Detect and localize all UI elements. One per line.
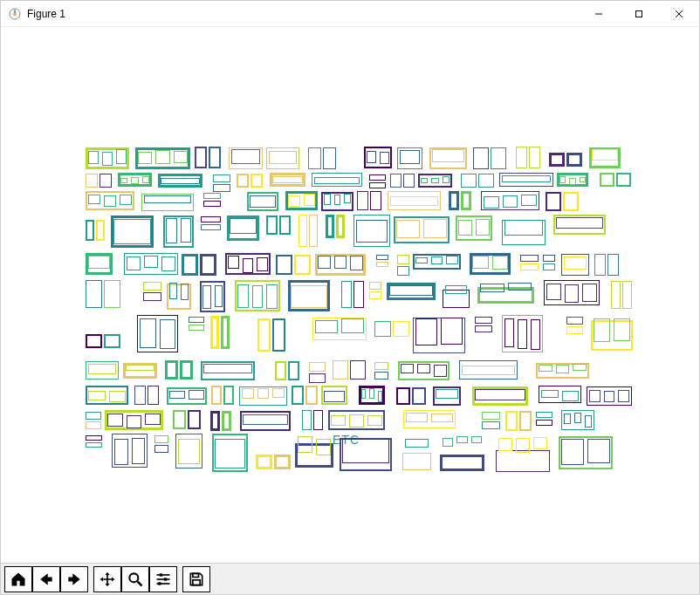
- plot-rect: [127, 256, 141, 270]
- plot-rect: [462, 366, 515, 375]
- minimize-button[interactable]: [579, 1, 619, 27]
- plot-rect: [611, 281, 621, 309]
- plot-rect: [309, 362, 326, 372]
- plot-rect: [549, 153, 565, 167]
- plot-rect: [449, 191, 459, 210]
- plot-rect: [256, 455, 272, 469]
- plot-rect: [415, 318, 437, 345]
- close-button[interactable]: [659, 1, 699, 27]
- back-button[interactable]: [32, 566, 60, 592]
- configure-button[interactable]: [149, 566, 177, 592]
- plot-rect: [341, 318, 364, 333]
- forward-button[interactable]: [60, 566, 88, 592]
- plot-rect: [143, 292, 161, 301]
- plot-rect: [203, 193, 221, 199]
- plot-rect: [88, 195, 100, 204]
- plot-rect: [518, 319, 527, 349]
- plot-rect: [491, 147, 506, 169]
- plot-rect: [421, 178, 428, 183]
- plot-rect: [480, 284, 504, 292]
- plot-rect: [475, 325, 492, 332]
- plot-rect: [134, 386, 146, 405]
- plot-rect: [243, 414, 288, 425]
- plot-rect: [86, 421, 101, 429]
- plot-rect: [415, 257, 428, 263]
- plot-rect: [116, 149, 127, 164]
- svg-rect-15: [193, 579, 200, 585]
- plot-rect: [543, 263, 555, 270]
- titlebar: Figure 1: [1, 1, 699, 27]
- plot-rect: [564, 256, 587, 270]
- plot-rect: [478, 174, 494, 188]
- plot-rect: [403, 174, 415, 188]
- save-button[interactable]: [182, 566, 210, 592]
- plot-rect: [314, 177, 360, 184]
- plot-rect: [566, 153, 582, 167]
- plot-rect: [269, 151, 297, 164]
- plot-rect: [88, 151, 99, 164]
- plot-rect: [274, 455, 291, 469]
- plot-rect: [573, 364, 587, 371]
- plot-rect: [482, 412, 500, 420]
- plot-rect: [180, 360, 193, 380]
- maximize-button[interactable]: [619, 1, 659, 27]
- plot-rect: [160, 319, 176, 349]
- plot-rect: [334, 256, 347, 269]
- plot-rect: [341, 281, 352, 308]
- plot-rect: [536, 420, 552, 426]
- plot-rect: [107, 414, 123, 427]
- plot-rect: [412, 387, 426, 405]
- plot-rect: [458, 220, 472, 236]
- plot-rect: [148, 386, 159, 405]
- plot-rect: [562, 391, 580, 401]
- pan-button[interactable]: [93, 566, 121, 592]
- plot-rect: [230, 218, 257, 234]
- plot-rect: [484, 196, 499, 209]
- plot-rect: [614, 318, 630, 341]
- plot-rect: [323, 147, 336, 169]
- plot-rect: [622, 281, 632, 309]
- plot-rect: [231, 149, 260, 164]
- plot-rect: [574, 413, 581, 423]
- plot-rect: [585, 415, 592, 427]
- plot-rect: [405, 439, 429, 448]
- plot-rect: [556, 365, 570, 373]
- plot-rect: [209, 147, 221, 168]
- plot-rect: [344, 194, 351, 203]
- plot-rect: [580, 177, 586, 182]
- plot-rect: [304, 194, 316, 206]
- plot-rect: [369, 291, 381, 299]
- plot-rect: [140, 318, 156, 348]
- figure-canvas[interactable]: ETC: [1, 27, 699, 563]
- plot-rect: [88, 391, 106, 400]
- plot-rect: [423, 219, 447, 238]
- zoom-button[interactable]: [121, 566, 149, 592]
- plot-rect: [561, 439, 584, 465]
- svg-rect-3: [636, 10, 642, 17]
- plot-rect: [86, 412, 101, 420]
- plot-rect: [161, 178, 200, 184]
- plot-rect: [102, 152, 113, 166]
- plot-rect: [86, 442, 102, 448]
- plot-rect: [210, 411, 220, 431]
- plot-rect: [154, 445, 168, 453]
- plot-rect: [228, 256, 239, 269]
- plot-rect: [138, 152, 152, 164]
- plot-rect: [257, 388, 270, 399]
- home-button[interactable]: [4, 566, 32, 592]
- plot-rect: [389, 285, 433, 296]
- plot-rect: [292, 386, 304, 405]
- plot-rect: [374, 362, 388, 370]
- plot-rect: [471, 436, 482, 443]
- plot-rect: [86, 220, 94, 241]
- app-icon: [8, 7, 22, 21]
- plot-rect: [367, 151, 376, 163]
- plot-rect: [211, 386, 222, 405]
- plot-rect: [390, 196, 438, 206]
- plot-rect: [502, 175, 551, 182]
- plot-rect: [114, 439, 128, 465]
- plot-rect: [361, 389, 366, 399]
- plot-rect: [88, 364, 116, 374]
- plot-rect: [600, 173, 614, 187]
- plot-rect: [181, 218, 192, 243]
